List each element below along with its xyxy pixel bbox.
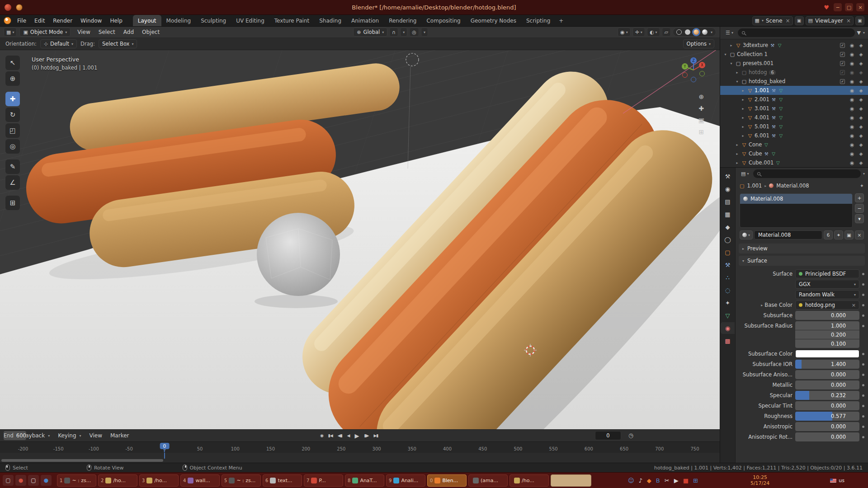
- menu-file[interactable]: File: [13, 15, 30, 26]
- keyframe-dot[interactable]: [862, 426, 864, 428]
- expand-toggle[interactable]: ▸: [741, 125, 745, 129]
- outliner-row-2-001[interactable]: ▸▽2.001⚒▽◉◈: [720, 95, 868, 104]
- favorite-icon[interactable]: ♥: [822, 3, 830, 11]
- camera-icon[interactable]: ◈: [857, 133, 865, 138]
- wrench-icon[interactable]: ⚒: [771, 88, 777, 93]
- camera-icon[interactable]: ◈: [857, 79, 865, 84]
- camera-icon[interactable]: ◈: [857, 160, 865, 165]
- keyframe-dot[interactable]: [862, 384, 864, 386]
- expand-toggle[interactable]: ▸: [735, 143, 740, 147]
- workspace-tab-geometry-nodes[interactable]: Geometry Nodes: [466, 15, 521, 26]
- camera-icon[interactable]: ◈: [857, 142, 865, 147]
- launcher-blue-icon[interactable]: ●: [41, 475, 52, 486]
- data-icon[interactable]: ▽: [778, 133, 784, 138]
- snap-dropdown[interactable]: ▾: [400, 28, 407, 37]
- tab-scene[interactable]: ◆: [721, 221, 735, 233]
- keyframe-dot[interactable]: [862, 294, 864, 296]
- expand-toggle[interactable]: ▸: [729, 43, 734, 47]
- menu-edit[interactable]: Edit: [30, 15, 49, 26]
- fake-user-icon[interactable]: ✦: [834, 230, 843, 239]
- data-icon[interactable]: ▽: [775, 160, 781, 165]
- eye-icon[interactable]: ◉: [848, 52, 856, 57]
- axis-z-negative-icon[interactable]: [691, 77, 696, 82]
- viewport-menu-view[interactable]: View: [73, 29, 94, 35]
- expand-toggle[interactable]: ▸: [741, 116, 745, 120]
- mode-dropdown[interactable]: ▣Object Mode▾: [19, 28, 71, 37]
- keyframe-dot[interactable]: [862, 273, 864, 275]
- keyframe-dot[interactable]: [862, 314, 864, 317]
- checkbox-icon[interactable]: ✓: [840, 79, 845, 84]
- surface-panel-header[interactable]: ▾ Surface: [739, 256, 865, 266]
- drag-setting-dropdown[interactable]: Select Box▾: [99, 39, 137, 48]
- playhead-line[interactable]: [164, 453, 165, 459]
- keyframe-dot[interactable]: [862, 325, 864, 327]
- outliner-row-6-001[interactable]: ▸▽6.001⚒▽◉◈: [720, 131, 868, 140]
- viewport-menu-object[interactable]: Object: [138, 29, 164, 35]
- play-button[interactable]: ▶: [353, 431, 361, 441]
- slider-roughness[interactable]: 0.577: [795, 412, 859, 421]
- proportional-dropdown[interactable]: ▾: [421, 28, 428, 37]
- launcher-red-icon[interactable]: ●: [15, 475, 26, 486]
- viewlayer-selector[interactable]: ▤ ViewLayer ×: [806, 16, 854, 25]
- wrench-icon[interactable]: ⚒: [771, 124, 777, 129]
- tool-select-box[interactable]: ↖: [5, 56, 20, 70]
- taskbar-window-zs[interactable]: 1~ : zs...: [57, 474, 96, 487]
- keyframe-dot[interactable]: [862, 415, 864, 418]
- data-icon[interactable]: ▽: [778, 88, 784, 93]
- material-slot-list[interactable]: Material.008: [740, 193, 853, 228]
- close-button[interactable]: ×: [856, 3, 864, 11]
- new-scene-button[interactable]: ▣: [795, 16, 804, 25]
- properties-filter-dropdown[interactable]: ▾: [863, 172, 865, 176]
- expand-toggle[interactable]: ▸: [741, 98, 745, 102]
- slider-specular-tint[interactable]: 0.000: [795, 401, 859, 410]
- clear-icon[interactable]: ×: [852, 302, 856, 308]
- keyframe-dot[interactable]: [862, 436, 864, 438]
- taskbar-window-ho[interactable]: 2/ho...: [98, 474, 137, 487]
- timeline-track[interactable]: [0, 453, 720, 463]
- checkbox-icon[interactable]: ✓: [840, 52, 845, 57]
- snap-toggle[interactable]: ∩: [389, 28, 398, 37]
- data-icon[interactable]: ▽: [777, 43, 783, 48]
- tab-object[interactable]: ▢: [721, 246, 735, 258]
- tab-world[interactable]: ◯: [721, 234, 735, 245]
- dropdown-ggx[interactable]: GGX▾: [795, 280, 859, 289]
- prev-frame-button[interactable]: ◀: [345, 432, 352, 439]
- viewport-menu-add[interactable]: Add: [119, 29, 138, 35]
- tool-cursor[interactable]: ⊕: [5, 71, 20, 86]
- frame-end-field[interactable]: End600: [4, 431, 26, 440]
- tray-record-icon[interactable]: ■: [683, 478, 689, 483]
- workspace-tab-layout[interactable]: Layout: [133, 15, 161, 26]
- keyframe-dot[interactable]: [862, 283, 864, 286]
- data-icon[interactable]: ▽: [778, 115, 784, 120]
- slider-subsurface-aniso[interactable]: 0.000: [795, 370, 859, 379]
- workspace-tab-uv-editing[interactable]: UV Editing: [231, 15, 269, 26]
- tray-screenshot-icon[interactable]: ✂: [665, 478, 670, 483]
- camera-icon[interactable]: ◈: [857, 97, 865, 102]
- tab-object-data[interactable]: ▽: [721, 310, 735, 321]
- minimize-button[interactable]: −: [834, 3, 842, 11]
- scene-selector[interactable]: ▦ ▾ Scene ×: [752, 16, 793, 25]
- material-name-field[interactable]: Material.008: [754, 230, 822, 239]
- camera-icon[interactable]: ◈: [857, 115, 865, 120]
- taskbar-window-anat[interactable]: 8AnaT...: [345, 474, 384, 487]
- camera-icon[interactable]: ◈: [857, 61, 865, 66]
- taskbar-window-text[interactable]: 6text...: [263, 474, 302, 487]
- slider-subsurface-radius-0[interactable]: 1.000: [795, 321, 859, 330]
- outliner-search-input[interactable]: [738, 28, 855, 37]
- show-desktop-icon[interactable]: ▢: [3, 475, 14, 486]
- eye-icon[interactable]: ◉: [848, 142, 856, 147]
- autokey-toggle-button[interactable]: ◉: [318, 432, 325, 439]
- expand-toggle[interactable]: ▸: [741, 134, 745, 138]
- timeline-scrollbar[interactable]: [1, 459, 163, 462]
- navigation-gizmo[interactable]: Z X Y: [681, 56, 706, 83]
- app-icon[interactable]: [16, 4, 23, 11]
- outliner-editor-type-button[interactable]: ☰▾: [723, 28, 736, 38]
- tab-output[interactable]: ▤: [721, 196, 735, 207]
- eye-icon[interactable]: ◉: [848, 133, 856, 138]
- camera-icon[interactable]: ◈: [857, 151, 865, 156]
- slider-anisotropic[interactable]: 0.000: [795, 422, 859, 431]
- color-swatch-subsurface-color[interactable]: [795, 350, 859, 358]
- slider-anisotropic-rot[interactable]: 0.000: [795, 432, 859, 441]
- remove-viewlayer-icon[interactable]: ×: [846, 18, 851, 24]
- expand-toggle[interactable]: ▾: [735, 80, 740, 84]
